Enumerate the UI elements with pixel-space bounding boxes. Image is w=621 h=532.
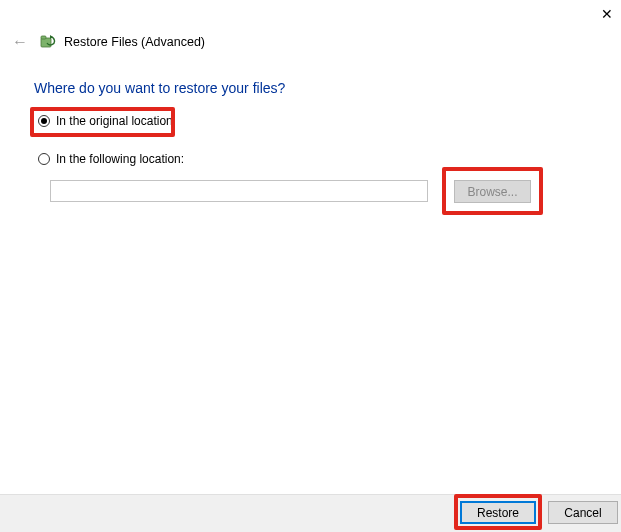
header: ← Restore Files (Advanced) xyxy=(8,30,613,54)
radio-icon-unselected xyxy=(38,153,50,165)
radio-icon-selected xyxy=(38,115,50,127)
svg-rect-1 xyxy=(41,36,46,39)
radio-following-label: In the following location: xyxy=(56,152,184,166)
restore-icon xyxy=(40,34,56,50)
radio-following-location[interactable]: In the following location: xyxy=(38,152,184,166)
cancel-button[interactable]: Cancel xyxy=(548,501,618,524)
browse-button[interactable]: Browse... xyxy=(454,180,531,203)
titlebar: ✕ xyxy=(0,0,621,28)
radio-original-label: In the original location xyxy=(56,114,173,128)
window-title: Restore Files (Advanced) xyxy=(64,35,205,49)
back-icon[interactable]: ← xyxy=(8,31,32,53)
location-input[interactable] xyxy=(50,180,428,202)
radio-original-location[interactable]: In the original location xyxy=(38,114,173,128)
close-icon[interactable]: ✕ xyxy=(601,6,613,22)
page-heading: Where do you want to restore your files? xyxy=(34,80,285,96)
restore-button[interactable]: Restore xyxy=(460,501,536,524)
